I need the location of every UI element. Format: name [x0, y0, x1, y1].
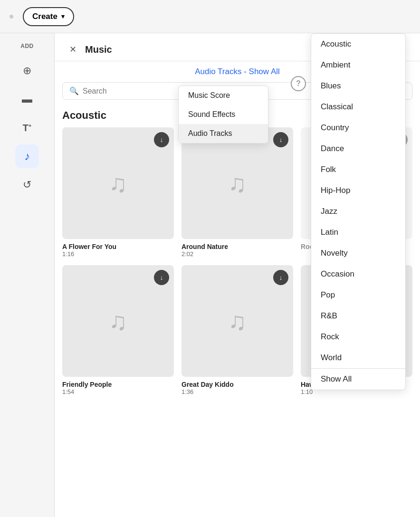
download-button-2[interactable]: ↓ — [273, 132, 288, 147]
genre-classical[interactable]: Classical — [311, 96, 405, 117]
top-bar-dot — [10, 15, 13, 19]
genre-occasion[interactable]: Occasion — [311, 264, 405, 285]
type-option-audio-tracks[interactable]: Audio Tracks — [179, 124, 268, 143]
genre-dance[interactable]: Dance — [311, 138, 405, 159]
download-icon-5: ↓ — [279, 274, 283, 281]
sidebar-icon-music[interactable]: ♪ — [15, 144, 39, 168]
content-panel: ✕ Music Audio Tracks - Show All 🔍 Acoust… — [55, 33, 420, 517]
sidebar-icon-text[interactable]: T+ — [15, 116, 39, 140]
download-button-1[interactable]: ↓ — [154, 132, 169, 147]
download-button-5[interactable]: ↓ — [273, 270, 288, 285]
panel-title: Music — [85, 44, 112, 55]
track-duration-1: 1:16 — [62, 250, 174, 258]
genre-hiphop[interactable]: Hip-Hop — [311, 180, 405, 201]
music-card-5[interactable]: ♫ ↓ Great Day Kiddo 1:36 — [181, 265, 293, 395]
help-button[interactable]: ? — [291, 76, 306, 91]
track-name-1: A Flower For You — [62, 243, 174, 250]
genre-blues[interactable]: Blues — [311, 76, 405, 96]
search-icon: 🔍 — [69, 86, 79, 96]
music-thumbnail-4: ♫ ↓ — [62, 265, 174, 377]
sidebar-icon-undo[interactable]: ↺ — [15, 173, 39, 197]
track-name-2: Around Nature — [181, 243, 293, 250]
track-duration-2: 2:02 — [181, 250, 293, 258]
music-note-icon-4: ♫ — [109, 307, 127, 335]
genre-pop[interactable]: Pop — [311, 285, 405, 306]
main-layout: ADD ⊕ ▬ T+ ♪ ↺ ✕ Music Audio Tracks - Sh… — [0, 33, 420, 517]
help-icon: ? — [296, 79, 301, 88]
genre-acoustic[interactable]: Acoustic — [311, 34, 405, 55]
download-icon-2: ↓ — [279, 136, 283, 144]
genre-ambient[interactable]: Ambient — [311, 55, 405, 76]
undo-icon: ↺ — [23, 179, 31, 191]
track-duration-4: 1:54 — [62, 388, 174, 395]
text-icon: T+ — [23, 123, 32, 134]
music-thumbnail-2: ♫ ↓ — [181, 127, 293, 239]
music-thumbnail-5: ♫ ↓ — [181, 265, 293, 377]
music-card-4[interactable]: ♫ ↓ Friendly People 1:54 — [62, 265, 174, 395]
music-note-icon-5: ♫ — [228, 307, 247, 335]
close-icon: ✕ — [69, 44, 76, 55]
sidebar-icon-add[interactable]: ⊕ — [15, 59, 39, 83]
media-icon: ▬ — [22, 93, 32, 105]
top-bar: Create ▾ — [0, 0, 420, 33]
music-note-icon-2: ♫ — [228, 169, 247, 198]
music-thumbnail-1: ♫ ↓ — [62, 127, 174, 239]
create-button[interactable]: Create ▾ — [23, 7, 74, 26]
create-label: Create — [32, 12, 57, 21]
music-card-2[interactable]: ♫ ↓ Around Nature 2:02 — [181, 127, 293, 258]
genre-folk[interactable]: Folk — [311, 159, 405, 180]
genre-rnb[interactable]: R&B — [311, 306, 405, 326]
download-icon-1: ↓ — [160, 136, 163, 144]
chevron-icon: ▾ — [61, 13, 65, 20]
genre-country[interactable]: Country — [311, 117, 405, 138]
track-name-4: Friendly People — [62, 381, 174, 388]
music-note-icon: ♪ — [24, 150, 30, 163]
add-icon: ⊕ — [23, 65, 31, 77]
close-button[interactable]: ✕ — [66, 43, 79, 56]
sidebar: ADD ⊕ ▬ T+ ♪ ↺ — [0, 33, 55, 517]
genre-latin[interactable]: Latin — [311, 222, 405, 243]
genre-dropdown[interactable]: Acoustic Ambient Blues Classical Country… — [311, 33, 406, 390]
type-dropdown[interactable]: Music Score Sound Effects Audio Tracks — [178, 86, 268, 144]
sidebar-icon-media[interactable]: ▬ — [15, 87, 39, 111]
genre-novelty[interactable]: Novelty — [311, 243, 405, 264]
genre-world[interactable]: World — [311, 347, 405, 368]
track-duration-5: 1:36 — [181, 388, 293, 395]
download-button-4[interactable]: ↓ — [154, 270, 169, 285]
genre-jazz[interactable]: Jazz — [311, 201, 405, 222]
music-card-1[interactable]: ♫ ↓ A Flower For You 1:16 — [62, 127, 174, 258]
type-option-music-score[interactable]: Music Score — [179, 86, 268, 105]
music-note-icon-1: ♫ — [109, 169, 127, 198]
track-name-5: Great Day Kiddo — [181, 381, 293, 388]
genre-show-all[interactable]: Show All — [311, 368, 405, 390]
sidebar-add-label: ADD — [20, 43, 34, 49]
download-icon-4: ↓ — [160, 274, 163, 281]
genre-rock[interactable]: Rock — [311, 326, 405, 347]
type-option-sound-effects[interactable]: Sound Effects — [179, 105, 268, 124]
